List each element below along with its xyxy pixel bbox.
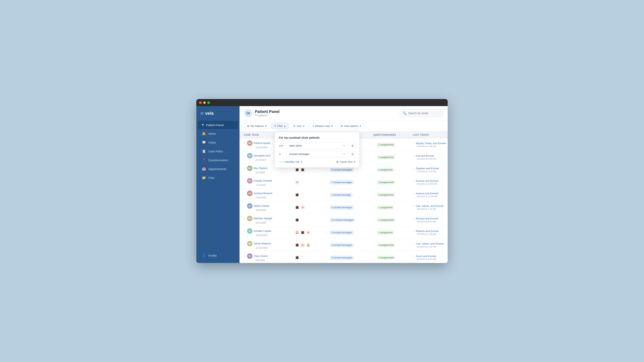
filter-or-label: or [279, 153, 284, 156]
search-box[interactable]: 🔍 [400, 110, 443, 117]
form-icon: ⬛ [295, 255, 299, 260]
battery-icon: ⬛ [295, 168, 299, 172]
form-icon: ⬛ [295, 205, 299, 210]
row-expand-icon[interactable]: › [244, 142, 245, 145]
avatar: NS [247, 216, 252, 221]
last-touch-cell: › Mayda, Paula, and Emmet 10/10/20 at 2:… [410, 140, 448, 150]
sidebar-item-alerts[interactable]: 🔔 Alerts [198, 129, 238, 138]
mail-icon: ✉ [300, 205, 305, 210]
logo: ⊙ vela [196, 109, 240, 121]
view-icon: ⊟ [341, 125, 343, 128]
close-dot[interactable] [199, 101, 202, 104]
table-row[interactable]: › TG Tracy Girard 8/8/1928 ⬛ › 3 unread … [240, 251, 448, 263]
avatar: RA [247, 140, 252, 146]
avatar: MR [247, 166, 252, 171]
filter-rule-1-delete[interactable]: 🗑 [350, 143, 356, 149]
chevron-down-icon-rule: ▾ [301, 161, 302, 163]
page-title: Patient Panel [255, 109, 280, 114]
row-expand-icon[interactable]: › [244, 230, 245, 232]
plus-icon: ＋ [279, 160, 281, 164]
chevron-down-icon-del: ▾ [354, 161, 356, 163]
table-row[interactable]: › NS Nathalie Spiegel 6/14/1939 ⬛ › 14 u… [240, 214, 448, 226]
sidebar-item-care-paths[interactable]: 📋 Care Paths [198, 147, 238, 156]
sidebar-item-questionnaires[interactable]: ❓ Questionnaires [198, 156, 238, 164]
my-patients-button[interactable]: ⊞ My Patients ▾ [244, 123, 270, 129]
avatar: AM [247, 241, 252, 246]
view-options-button[interactable]: ⊟ View options ▾ [338, 123, 364, 129]
table-row[interactable]: › AM Adnan Magnan 12/16/1948 ⬛ ℞ 🏠 › 2 u… [240, 239, 448, 251]
th-last-touch: Last Touch [410, 132, 448, 138]
appointments-icon: 📅 [202, 167, 206, 171]
sidebar-item-files[interactable]: 📁 Files [198, 174, 238, 182]
toolbar: ⊞ My Patients ▾ ⧖ Filter ▴ ⇅ Sort: ▾ [240, 120, 448, 132]
row-expand-icon[interactable]: › [244, 154, 245, 157]
add-filter-rule-button[interactable]: ＋ + Add filter rule ▾ [279, 160, 302, 164]
row-expand-icon[interactable]: › [244, 167, 245, 170]
home-icon: 🏠 [306, 243, 310, 247]
table-row[interactable]: › CG Claudie Griswell 7/12/1941 ✉ › 7 un… [240, 176, 448, 189]
battery-icon: ⬛ [295, 193, 299, 197]
row-expand-icon[interactable]: › [244, 180, 245, 182]
filter-rule-2-select[interactable]: unread messages open alerts completed ta… [286, 151, 348, 157]
avatar: JL [247, 228, 252, 234]
page-header: EB Patient Panel 73 patients 🔍 [240, 106, 448, 120]
titlebar [196, 99, 448, 106]
table-row[interactable]: › SZ Stefan Zacker 8/14/1933 ⬛ ✉ › 6 unr… [240, 201, 448, 214]
user-avatar: EB [244, 109, 252, 117]
filter-with-label: with [279, 144, 284, 147]
table-row[interactable]: › AB Annissa Berland 7/23/1944 ⬛ › 1 unr… [240, 189, 448, 201]
sidebar-item-patient-panel[interactable]: ♥ Patient Panel [198, 121, 238, 129]
form-icon: ⬛ [295, 218, 299, 222]
minimize-dot[interactable] [203, 101, 206, 104]
sidebar-item-appointments[interactable]: 📅 Appointments [198, 165, 238, 173]
maximize-dot[interactable] [207, 101, 210, 104]
chevron-up-icon: ▴ [284, 125, 286, 128]
chat-icon: 💬 [202, 140, 206, 145]
logo-icon: ⊙ [200, 111, 204, 116]
sort-button[interactable]: ⇅ Sort: ▾ [290, 123, 308, 129]
sidebar-item-chats[interactable]: 💬 Chats [198, 138, 238, 147]
form-icon: ⬛ [300, 168, 305, 172]
patient-count: 73 patients [255, 114, 280, 117]
care-paths-icon: 📋 [202, 149, 206, 153]
row-expand-icon[interactable]: › [244, 192, 245, 195]
rows-button[interactable]: ≡ Medium rows ▾ [310, 123, 336, 129]
filter-row-1: with open alerts unread messages complet… [279, 142, 356, 149]
main-content: EB Patient Panel 73 patients 🔍 ⊞ My Pat [240, 106, 448, 263]
table-row[interactable]: › JL Jonatan Lopata 10/24/1923 🏠 ⬛ ✉ › 2… [240, 226, 448, 239]
row-expand-icon[interactable]: › [244, 204, 245, 207]
questionnaires-cell: › 5 assignments [371, 141, 410, 148]
rows-icon: ≡ [312, 125, 314, 128]
mail-icon: ✉ [306, 230, 310, 235]
filter-footer: ＋ + Add filter rule ▾ 🗑 Delete filter ▾ [279, 160, 356, 164]
filter-rule-1-select[interactable]: open alerts unread messages completed ta… [286, 142, 348, 149]
avatar: TG [247, 253, 252, 259]
delete-filter-button[interactable]: 🗑 Delete filter ▾ [336, 160, 356, 164]
row-expand-icon[interactable]: › [244, 255, 245, 257]
trash-icon: 🗑 [336, 161, 339, 163]
row-expand-icon[interactable]: › [244, 217, 245, 220]
chevron-down-icon-rows: ▾ [332, 125, 333, 128]
rx-icon: ℞ [300, 243, 305, 247]
filter-dropdown: For my caseload show patients with open … [275, 132, 359, 168]
filter-rule-2-delete[interactable]: 🗑 [350, 151, 356, 157]
search-icon: 🔍 [403, 111, 406, 115]
avatar: AB [247, 190, 252, 196]
questionnaires-icon: ❓ [202, 158, 206, 162]
avatar: CG [247, 178, 252, 183]
bell-icon: 🔔 [202, 132, 206, 136]
row-expand-icon[interactable]: › [244, 242, 245, 245]
filter-title: For my caseload show patients [279, 136, 356, 139]
home-icon: 🏠 [295, 230, 299, 235]
filter-button[interactable]: ⧖ Filter ▴ [271, 123, 288, 129]
battery-icon: ⬛ [295, 243, 299, 247]
chevron-down-icon: ▾ [265, 125, 266, 128]
profile-icon: 👤 [202, 254, 206, 258]
grid-icon: ⊞ [247, 125, 249, 128]
search-input[interactable] [408, 112, 440, 115]
sidebar-item-profile[interactable]: 👤 Profile [198, 251, 238, 260]
filter-row-2: or unread messages open alerts completed… [279, 151, 356, 157]
avatar: SZ [247, 203, 252, 209]
chevron-down-icon-sort: ▾ [303, 125, 304, 128]
heart-icon: ♥ [202, 123, 204, 127]
